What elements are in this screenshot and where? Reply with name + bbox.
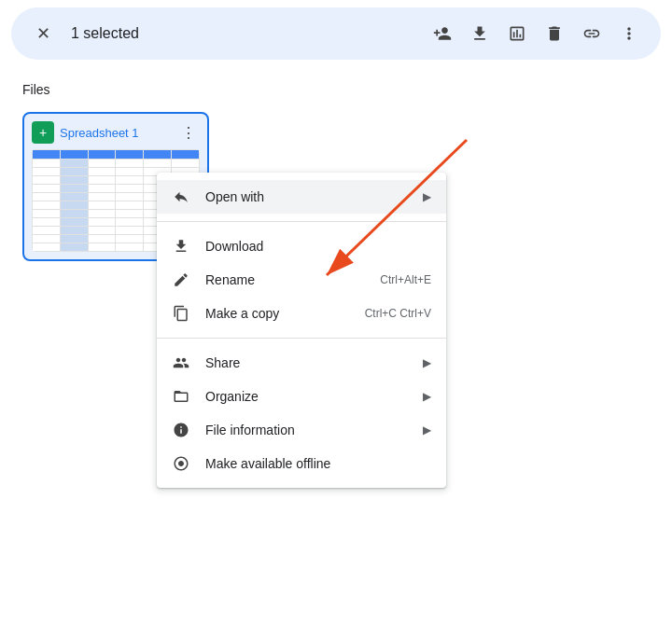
delete-icon <box>545 24 564 43</box>
more-vert-icon <box>620 24 638 43</box>
rename-icon <box>172 270 190 289</box>
organize-arrow: ▶ <box>423 390 431 403</box>
menu-label-share: Share <box>205 355 408 370</box>
rename-shortcut: Ctrl+Alt+E <box>380 273 431 286</box>
toolbar-actions <box>426 17 646 50</box>
more-button[interactable] <box>612 17 646 50</box>
preview-icon <box>508 24 526 43</box>
menu-item-open-with[interactable]: Open with ▶ <box>157 180 446 214</box>
file-name: Spreadsheet 1 <box>60 126 172 140</box>
preview-button[interactable] <box>500 17 534 50</box>
file-card-header: + Spreadsheet 1 ⋮ <box>32 121 200 144</box>
share-arrow: ▶ <box>423 356 431 369</box>
menu-item-make-copy[interactable]: Make a copy Ctrl+C Ctrl+V <box>157 297 446 330</box>
open-with-arrow: ▶ <box>423 190 431 203</box>
offline-icon <box>172 454 190 473</box>
context-menu: Open with ▶ Download Rename Ctrl+Alt+E M… <box>157 173 446 488</box>
add-person-icon <box>433 24 452 43</box>
copy-shortcut: Ctrl+C Ctrl+V <box>365 307 431 320</box>
menu-label-offline: Make available offline <box>205 456 431 471</box>
menu-item-download[interactable]: Download <box>157 229 446 263</box>
info-icon <box>172 421 190 439</box>
menu-label-open-with: Open with <box>205 189 408 204</box>
download-menu-icon <box>172 237 190 256</box>
menu-label-rename: Rename <box>205 272 365 287</box>
download-icon <box>470 24 489 43</box>
menu-label-download: Download <box>205 239 431 254</box>
menu-divider-2 <box>157 338 446 339</box>
link-icon <box>582 24 601 43</box>
file-info-arrow: ▶ <box>423 423 431 437</box>
menu-item-organize[interactable]: Organize ▶ <box>157 380 446 413</box>
menu-item-offline[interactable]: Make available offline <box>157 447 446 480</box>
menu-divider-1 <box>157 221 446 222</box>
selection-toolbar: ✕ 1 selected <box>11 7 661 60</box>
menu-label-make-copy: Make a copy <box>205 306 350 321</box>
download-button[interactable] <box>463 17 497 50</box>
share-icon <box>172 354 190 372</box>
menu-item-share[interactable]: Share ▶ <box>157 346 446 380</box>
open-with-icon <box>172 187 190 206</box>
selected-count: 1 selected <box>71 25 418 42</box>
close-button[interactable]: ✕ <box>26 17 60 50</box>
menu-label-organize: Organize <box>205 389 408 404</box>
menu-label-file-info: File information <box>205 423 408 437</box>
section-title: Files <box>22 82 650 97</box>
close-icon: ✕ <box>36 23 50 44</box>
file-more-button[interactable]: ⋮ <box>177 121 200 144</box>
copy-icon <box>172 304 190 323</box>
spreadsheet-icon: + <box>32 121 54 144</box>
menu-item-file-info[interactable]: File information ▶ <box>157 413 446 447</box>
link-button[interactable] <box>575 17 609 50</box>
delete-button[interactable] <box>538 17 571 50</box>
add-person-button[interactable] <box>426 17 459 50</box>
menu-item-rename[interactable]: Rename Ctrl+Alt+E <box>157 263 446 297</box>
organize-icon <box>172 387 190 406</box>
